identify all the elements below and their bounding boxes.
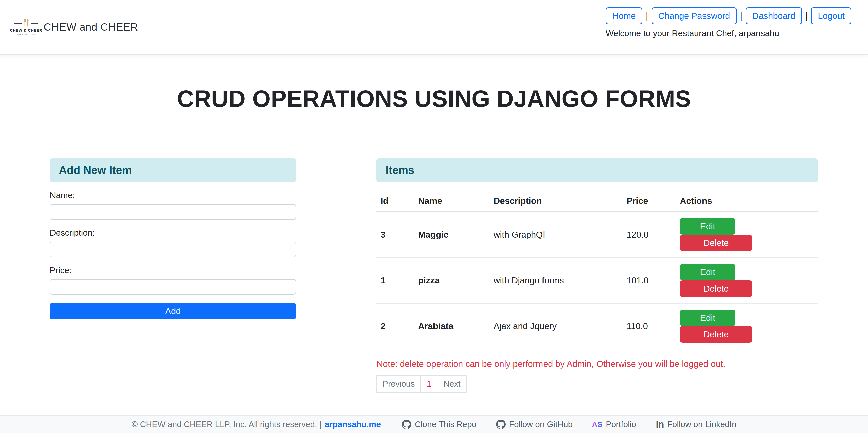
column-header-actions: Actions [676,190,818,212]
table-row: 1 pizza with Django forms 101.0 Edit Del… [376,258,818,303]
item-price: 101.0 [623,258,676,303]
brand[interactable]: CHEW & CHEER DINER AND DELI CHEW and CHE… [14,19,138,35]
pagination-current-page[interactable]: 1 [420,375,438,393]
add-item-panel: Add New Item Name: Description: Price: A… [50,158,296,319]
name-input[interactable] [50,204,296,220]
site-footer: © CHEW and CHEER LLP, Inc. All rights re… [0,415,868,433]
edit-button[interactable]: Edit [680,264,735,280]
nav-separator: | [805,11,808,21]
logo-emblem-subtitle: DINER AND DELI [16,34,37,35]
header-nav: Home | Change Password | Dashboard | Log… [606,7,851,24]
page-title: CRUD OPERATIONS USING DJANGO FORMS [0,87,868,111]
items-title: Items [385,164,414,176]
nav-change-password-button[interactable]: Change Password [651,7,737,24]
logo-lines-left [14,22,22,24]
copyright: © CHEW and CHEER LLP, Inc. All rights re… [132,420,381,429]
add-button[interactable]: Add [50,303,296,319]
name-label: Name: [50,190,296,200]
brand-logo: CHEW & CHEER DINER AND DELI [14,19,38,35]
items-table: Id Name Description Price Actions 3 Magg… [376,190,818,349]
follow-github-label: Follow on GitHub [509,420,572,429]
item-description: Ajax and Jquery [490,303,623,349]
delete-button[interactable]: Delete [680,280,752,297]
table-row: 2 Arabiata Ajax and Jquery 110.0 Edit De… [376,303,818,349]
logo-emblem-title: CHEW & CHEER [10,28,42,32]
github-icon [402,420,411,429]
github-icon [496,420,505,429]
table-row: 3 Maggie with GraphQl 120.0 Edit Delete [376,212,818,258]
linkedin-icon: in [656,420,664,429]
column-header-id: Id [376,190,414,212]
brand-name: CHEW and CHEER [44,21,138,33]
nav-separator: | [646,11,648,21]
nav-dashboard-button[interactable]: Dashboard [746,7,802,24]
delete-button[interactable]: Delete [680,235,752,251]
nav-home-button[interactable]: Home [606,7,643,24]
pagination-next[interactable]: Next [437,375,467,393]
footer-links: Clone This Repo Follow on GitHub ΛS Port… [402,420,736,429]
pagination-previous[interactable]: Previous [376,375,421,393]
portfolio-label: Portfolio [606,420,636,429]
description-label: Description: [50,228,296,238]
as-logo-icon: ΛS [592,421,602,428]
column-header-description: Description [490,190,623,212]
main-content: CRUD OPERATIONS USING DJANGO FORMS Add N… [0,55,868,415]
clone-repo-label: Clone This Repo [415,420,476,429]
site-link[interactable]: arpansahu.me [325,420,381,429]
item-price: 110.0 [623,303,676,349]
items-panel: Items Id Name Description Price Actions … [376,158,818,393]
welcome-message: Welcome to your Restaurant Chef, arpansa… [606,28,779,38]
price-input[interactable] [50,279,296,295]
nav-logout-button[interactable]: Logout [811,7,851,24]
admin-note: Note: delete operation can be only perfo… [376,359,818,369]
logo-lines-right [31,22,38,24]
item-id: 1 [376,258,414,303]
fork-spoon-icon [23,19,29,27]
item-name: Maggie [414,212,490,258]
nav-separator: | [740,11,742,21]
description-input[interactable] [50,242,296,257]
follow-linkedin-link[interactable]: in Follow on LinkedIn [656,420,736,429]
copyright-text: © CHEW and CHEER LLP, Inc. All rights re… [132,420,322,429]
item-description: with Django forms [490,258,623,303]
edit-button[interactable]: Edit [680,310,735,326]
column-header-price: Price [623,190,676,212]
pagination: Previous 1 Next [376,375,467,393]
portfolio-link[interactable]: ΛS Portfolio [592,420,636,429]
add-item-title: Add New Item [59,164,132,176]
item-id: 2 [376,303,414,349]
items-table-header-row: Id Name Description Price Actions [376,190,818,212]
item-name: Arabiata [414,303,490,349]
delete-button[interactable]: Delete [680,326,752,343]
edit-button[interactable]: Edit [680,218,735,235]
items-panel-header: Items [376,158,818,182]
item-name: pizza [414,258,490,303]
add-item-panel-header: Add New Item [50,158,296,182]
item-description: with GraphQl [490,212,623,258]
follow-linkedin-label: Follow on LinkedIn [667,420,736,429]
follow-github-link[interactable]: Follow on GitHub [496,420,572,429]
item-id: 3 [376,212,414,258]
column-header-name: Name [414,190,490,212]
clone-repo-link[interactable]: Clone This Repo [402,420,476,429]
add-item-form: Name: Description: Price: Add [50,190,296,319]
item-price: 120.0 [623,212,676,258]
price-label: Price: [50,265,296,275]
site-header: CHEW & CHEER DINER AND DELI CHEW and CHE… [0,0,868,55]
